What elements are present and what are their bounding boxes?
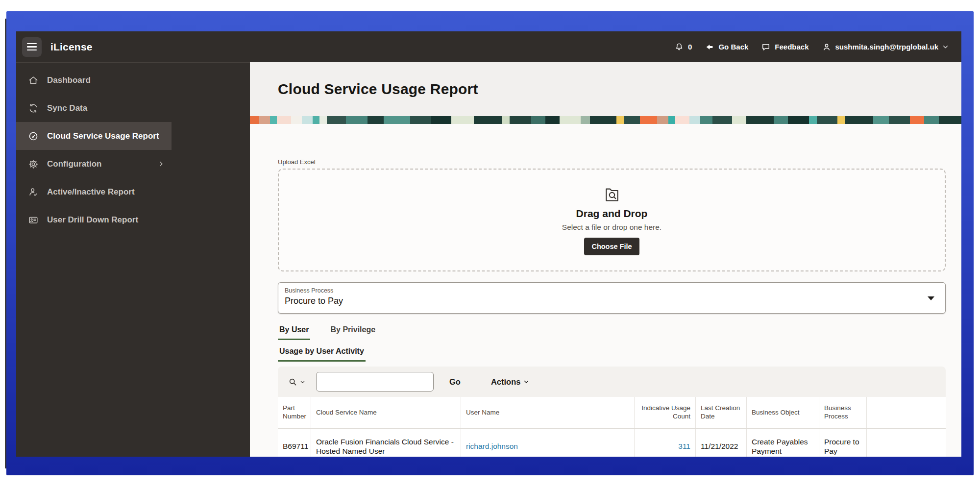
chevron-down-icon [300,379,305,385]
sync-icon [28,103,39,114]
sidebar-nav: Dashboard Sync Data Cloud Service [16,66,172,234]
choose-file-button[interactable]: Choose File [584,238,639,255]
sidebar-item-sync-data[interactable]: Sync Data [16,94,172,122]
business-process-label: Business Process [285,287,923,294]
search-input[interactable] [316,372,434,392]
chat-bubble-icon [761,42,771,52]
user-email: sushmita.singh@trpglobal.uk [835,43,938,51]
report-subtabs: Usage by User Activity [278,347,946,362]
gauge-icon [28,131,39,142]
sidebar-item-label: User Drill Down Report [47,215,138,225]
table-body: B69711 Oracle Fusion Financials Cloud Se… [278,429,946,457]
search-options-button[interactable] [288,377,305,387]
sidebar-item-label: Cloud Service Usage Report [47,131,159,141]
cell-indicative-usage-count-link[interactable]: 311 [678,441,690,451]
search-icon [288,377,298,387]
subtab-usage-by-user-activity[interactable]: Usage by User Activity [278,347,366,362]
dropdown-caret-icon [928,296,934,300]
drag-and-drop-subtext: Select a file or drop one here. [562,223,662,232]
chevron-right-icon [157,160,165,168]
gear-icon [28,159,39,170]
cell-cloud-service-name: Oracle Fusion Financials Cloud Service -… [311,429,461,457]
table-cell-spacer [867,429,946,457]
home-icon [28,75,39,86]
business-process-select[interactable]: Business Process Procure to Pay [278,282,946,314]
chevron-down-icon [942,44,949,50]
sidebar-item-configuration[interactable]: Configuration [16,150,172,178]
report-toolbar: Go Actions [278,367,946,397]
cell-business-object: Create Payables Payment [747,429,819,457]
folder-search-icon [602,185,622,204]
sidebar-item-label: Configuration [47,159,101,169]
page-header: Cloud Service Usage Report [250,62,961,116]
go-back-button[interactable]: Go Back [705,43,748,51]
header-actions: 0 Go Back Feedback [674,42,949,52]
drag-and-drop-heading: Drag and Drop [576,208,648,220]
upload-excel-label: Upload Excel [278,158,946,166]
go-button[interactable]: Go [449,377,461,387]
actions-menu-button[interactable]: Actions [491,377,530,387]
bell-icon [674,42,684,52]
actions-label: Actions [491,377,521,387]
sidebar-item-active-inactive-report[interactable]: Active/Inactive Report [16,178,172,206]
sidebar: Dashboard Sync Data Cloud Service [16,62,250,457]
sidebar-item-label: Active/Inactive Report [47,187,135,197]
chevron-down-icon [523,379,529,385]
notifications-button[interactable]: 0 [674,42,692,52]
table-header-spacer [867,397,946,428]
feedback-button[interactable]: Feedback [761,42,808,52]
top-header-bar: iLicense 0 Go Back [16,31,961,62]
person-check-icon [28,187,39,197]
tab-by-privilege[interactable]: By Privilege [329,325,377,340]
cell-business-process: Procure to Pay [819,429,867,457]
id-card-icon [28,215,39,225]
file-dropzone[interactable]: Drag and Drop Select a file or drop one … [278,169,946,271]
app-window: iLicense 0 Go Back [16,31,961,457]
column-header-cloud-service-name[interactable]: Cloud Service Name [311,397,461,428]
usage-report-table: Part Number Cloud Service Name User Name… [278,397,946,457]
column-header-last-creation-date[interactable]: Last Creation Date [696,397,747,428]
content-area: Cloud Service Usage Report Upload Excel … [250,62,961,457]
column-header-part-number[interactable]: Part Number [278,397,311,428]
feedback-label: Feedback [775,43,808,51]
column-header-business-process[interactable]: Business Process [819,397,867,428]
browser-frame: iLicense 0 Go Back [6,11,974,475]
app-title: iLicense [50,41,93,53]
sidebar-item-cloud-service-usage-report[interactable]: Cloud Service Usage Report [16,122,172,150]
person-icon [822,42,832,52]
decorative-banner-strip [250,116,961,124]
sidebar-item-label: Dashboard [47,75,91,85]
page-title: Cloud Service Usage Report [278,81,478,98]
hamburger-menu-button[interactable] [22,37,42,57]
go-back-label: Go Back [718,43,748,51]
sidebar-item-label: Sync Data [47,103,87,113]
table-header-row: Part Number Cloud Service Name User Name… [278,397,946,429]
table-row: B69711 Oracle Fusion Financials Cloud Se… [278,429,946,457]
cell-last-creation-date: 11/21/2022 [696,429,747,457]
business-process-value: Procure to Pay [285,296,923,306]
user-menu[interactable]: sushmita.singh@trpglobal.uk [822,42,949,52]
sidebar-item-user-drill-down-report[interactable]: User Drill Down Report [16,206,172,234]
back-arrow-icon [705,43,714,51]
sidebar-item-dashboard[interactable]: Dashboard [16,66,172,94]
notifications-count: 0 [688,43,692,51]
tab-by-user[interactable]: By User [278,325,310,340]
page-body: Upload Excel Drag and Drop Select a file… [250,124,961,457]
cell-user-name-link[interactable]: richard.johnson [466,441,518,451]
column-header-business-object[interactable]: Business Object [747,397,819,428]
column-header-indicative-usage-count[interactable]: Indicative Usage Count [635,397,696,428]
cell-part-number: B69711 [278,429,311,457]
column-header-user-name[interactable]: User Name [461,397,635,428]
report-tabs: By User By Privilege [278,325,946,340]
